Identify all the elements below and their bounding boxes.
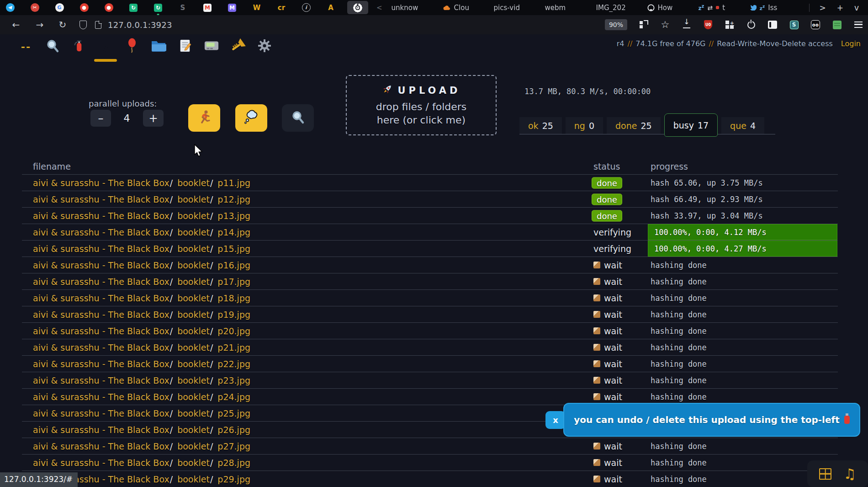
- status-cell: wait: [593, 343, 622, 353]
- pinned-tab-wikipedia-w[interactable]: W: [252, 3, 261, 12]
- table-row: aivi & surasshu - The Black Box/ booklet…: [22, 224, 838, 241]
- folder-tree-button[interactable]: [145, 35, 172, 59]
- new-tab-button[interactable]: +: [837, 3, 843, 12]
- pinned-tab-telegram[interactable]: [5, 3, 15, 12]
- storage-info: r4//74.1G free of 476G//Read-Write-Move-…: [617, 39, 861, 48]
- filesearch-toggle-button[interactable]: [282, 104, 314, 132]
- file-path: aivi & surasshu - The Black Box/ booklet…: [33, 277, 250, 287]
- file-path: aivi & surasshu - The Black Box/ booklet…: [33, 211, 250, 221]
- reload-button[interactable]: ↻: [56, 19, 69, 30]
- magnifier-icon: [45, 38, 60, 55]
- upload-tab-ok[interactable]: ok25: [519, 117, 562, 134]
- volume-name: r4: [617, 39, 625, 48]
- search-button[interactable]: [39, 35, 66, 59]
- turbo-toggle-button[interactable]: [188, 104, 220, 132]
- rocket-icon: [381, 84, 393, 97]
- message-pager-button[interactable]: [198, 35, 225, 59]
- audio-player-button[interactable]: [225, 35, 251, 59]
- forward-button[interactable]: →: [33, 19, 47, 30]
- package-icon: [593, 393, 600, 400]
- browser-tab-unknow[interactable]: unknow: [392, 4, 443, 12]
- textfile-editor-button[interactable]: [172, 35, 198, 59]
- back-button[interactable]: ←: [9, 19, 23, 30]
- stylus-icon[interactable]: S: [789, 20, 799, 30]
- url-bar[interactable]: 127.0.0.1:3923: [108, 20, 172, 30]
- upload-tab-done[interactable]: done25: [607, 117, 661, 134]
- upload-tab-busy[interactable]: busy17: [664, 113, 718, 137]
- browser-tab-pics-vid[interactable]: pics-vid: [494, 4, 545, 12]
- unpost-button[interactable]: [66, 35, 92, 59]
- zoom-level-badge[interactable]: 90%: [605, 19, 627, 30]
- progress-cell: hashing done: [651, 326, 707, 336]
- up2k-balloon-button[interactable]: [119, 35, 145, 59]
- home-logo-button[interactable]: [92, 35, 119, 59]
- package-icon: [593, 443, 600, 450]
- browser-tab-how[interactable]: How: [647, 4, 699, 12]
- upload-dropzone[interactable]: UPLOAD drop files / folders here (or cli…: [346, 75, 497, 135]
- separator: //: [709, 39, 714, 48]
- pinned-tab-info-circle[interactable]: i: [302, 3, 311, 12]
- progress-cell: hashing done: [651, 294, 707, 303]
- pinned-tab-red-app-2[interactable]: ●: [104, 3, 113, 12]
- pinned-tab-letter-s[interactable]: S: [178, 3, 187, 12]
- status-cell: wait: [593, 359, 622, 369]
- sidebar-icon[interactable]: [767, 20, 778, 30]
- pinned-tab-red-app-1[interactable]: ●: [79, 3, 89, 12]
- progress-cell: hashing done: [651, 310, 707, 319]
- dashes-toggle-button[interactable]: --: [13, 35, 39, 59]
- tab-overflow-left-chevron[interactable]: <: [376, 4, 382, 12]
- access-level: Read-Write-Move-Delete access: [717, 39, 833, 48]
- grid-view-icon[interactable]: [819, 468, 831, 480]
- menu-hamburger-icon[interactable]: [853, 20, 863, 30]
- upload-tab-que[interactable]: que4: [721, 117, 764, 134]
- extensions-icon[interactable]: +: [725, 20, 735, 30]
- downloads-icon[interactable]: [682, 20, 692, 30]
- file-path: aivi & surasshu - The Black Box/ booklet…: [33, 227, 250, 237]
- music-note-icon[interactable]: ♫: [843, 467, 856, 481]
- parallel-plus-button[interactable]: +: [143, 110, 164, 127]
- screenshot-icon[interactable]: [639, 20, 649, 30]
- tab-overflow-right-chevron[interactable]: >: [820, 3, 826, 12]
- green-extension-icon[interactable]: [832, 20, 842, 30]
- datecheck-toggle-button[interactable]: [235, 104, 267, 132]
- tracking-shield-icon[interactable]: [79, 21, 87, 29]
- status-text: wait: [604, 359, 622, 369]
- status-cell: done: [592, 210, 622, 221]
- pinned-tab-gmail[interactable]: M: [203, 3, 212, 12]
- parallel-minus-button[interactable]: –: [90, 110, 111, 127]
- pinned-tab-letter-a[interactable]: A: [326, 3, 335, 12]
- oo-extension-icon[interactable]: oo: [810, 20, 820, 30]
- pinned-tab-scissors[interactable]: ✂: [30, 3, 39, 12]
- ublock-icon[interactable]: U0: [703, 20, 713, 30]
- pinned-tab-crunchyroll[interactable]: cr: [277, 3, 286, 12]
- active-pinned-tab-copyparty[interactable]: [347, 1, 368, 14]
- browser-tab-clou[interactable]: Clou: [443, 4, 494, 12]
- login-link[interactable]: Login: [841, 39, 861, 48]
- parallel-count-value: 4: [116, 110, 137, 127]
- toast-close-button[interactable]: x: [545, 411, 566, 429]
- progress-cell: hashing done: [651, 359, 707, 369]
- power-icon[interactable]: [746, 20, 756, 30]
- browser-tab-t[interactable]: zz⇄t: [699, 4, 750, 12]
- browser-navbar: ← → ↻ 127.0.0.1:3923 90% ☆ U0 + S oo: [0, 15, 868, 34]
- settings-button[interactable]: [251, 35, 278, 59]
- table-row: aivi & surasshu - The Black Box/ booklet…: [22, 273, 838, 290]
- pinned-tab-sync-green-1[interactable]: ↻: [129, 3, 138, 12]
- file-path: aivi & surasshu - The Black Box/ booklet…: [33, 458, 250, 468]
- pinned-tab-mail-purple[interactable]: M: [228, 3, 237, 12]
- package-icon: [593, 294, 600, 301]
- browser-tab-iss[interactable]: zzIss: [750, 4, 801, 12]
- pinned-tab-google[interactable]: G: [55, 3, 64, 12]
- browser-tab-img_202[interactable]: IMG_202: [596, 4, 647, 12]
- table-row: aivi & surasshu - The Black Box/ booklet…: [22, 191, 838, 208]
- status-badge-done: done: [592, 177, 622, 188]
- page-info-icon[interactable]: [95, 21, 101, 29]
- bookmark-star-icon[interactable]: ☆: [660, 20, 670, 30]
- table-row: aivi & surasshu - The Black Box/ booklet…: [22, 290, 838, 306]
- browser-tab-webm[interactable]: webm: [545, 4, 596, 12]
- upload-tab-ng[interactable]: ng0: [566, 117, 603, 134]
- progress-cell: hashing done: [651, 442, 707, 451]
- pinned-tab-sync-green-2[interactable]: ↻: [153, 3, 163, 12]
- list-all-tabs-button[interactable]: v: [854, 3, 859, 12]
- browser-tab-label: Iss: [768, 4, 777, 12]
